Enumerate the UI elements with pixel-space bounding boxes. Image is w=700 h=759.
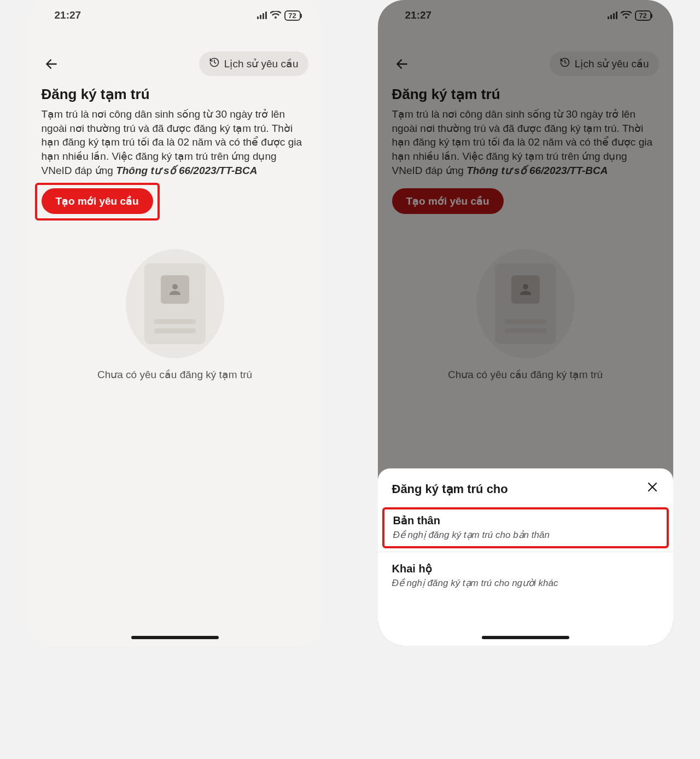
desc-reference: Thông tư số 66/2023/TT-BCA xyxy=(116,165,257,176)
signal-icon xyxy=(257,11,267,19)
option-subtitle: Đề nghị đăng ký tạm trú cho bản thân xyxy=(393,529,658,541)
create-request-button[interactable]: Tạo mới yêu cầu xyxy=(42,188,153,214)
home-indicator[interactable] xyxy=(131,636,219,639)
status-bar: 21:27 72 xyxy=(27,0,323,31)
history-button[interactable]: Lịch sử yêu cầu xyxy=(199,51,308,76)
option-title: Khai hộ xyxy=(392,562,659,575)
divider xyxy=(378,552,673,552)
history-button-label: Lịch sử yêu cầu xyxy=(224,57,299,70)
home-indicator[interactable] xyxy=(482,636,569,639)
option-other[interactable]: Khai hộ Đề nghị đăng ký tạm trú cho ngườ… xyxy=(378,555,673,596)
close-button[interactable] xyxy=(646,480,659,497)
history-icon xyxy=(209,57,220,71)
option-self[interactable]: Bản thân Đề nghị đăng ký tạm trú cho bản… xyxy=(383,508,668,547)
bottom-sheet: Đăng ký tạm trú cho Bản thân Đề nghị đăn… xyxy=(378,468,673,646)
phone-screen-left: 21:27 72 Lịch sử yêu cầu xyxy=(27,0,323,646)
status-time: 21:27 xyxy=(55,9,81,21)
create-request-label: Tạo mới yêu cầu xyxy=(56,195,139,207)
empty-illustration xyxy=(126,249,224,358)
battery-icon: 72 xyxy=(284,10,301,21)
sheet-title: Đăng ký tạm trú cho xyxy=(392,482,508,496)
back-button[interactable] xyxy=(42,54,61,74)
option-title: Bản thân xyxy=(393,514,658,527)
person-icon xyxy=(161,275,189,304)
page-description: Tạm trú là nơi công dân sinh sống từ 30 … xyxy=(27,107,323,177)
option-subtitle: Đề nghị đăng ký tạm trú cho người khác xyxy=(392,577,659,589)
empty-state-text: Chưa có yêu cầu đăng ký tạm trú xyxy=(27,368,323,381)
wifi-icon xyxy=(270,11,281,20)
phone-screen-right: 21:27 72 Lịch sử yêu cầu xyxy=(378,0,673,646)
page-title: Đăng ký tạm trú xyxy=(27,82,323,107)
